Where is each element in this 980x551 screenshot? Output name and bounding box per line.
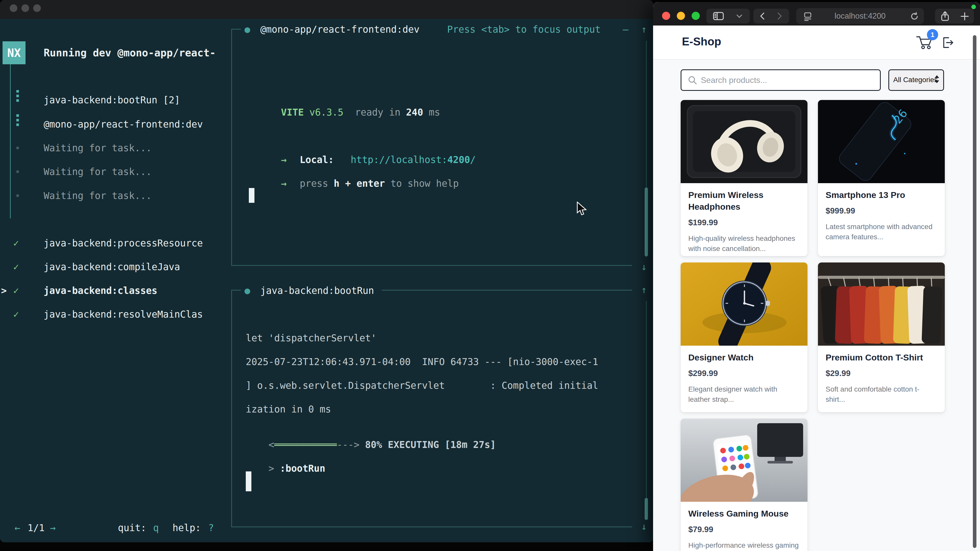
help-keys: h + enter: [334, 178, 385, 189]
scrollbar-thumb[interactable]: [645, 187, 648, 256]
pane-border: [231, 29, 241, 30]
pane-bullet-icon: ●: [245, 285, 250, 297]
pane-focus-hint: Press <tab> to focus output: [447, 24, 600, 35]
spinner-icon: [16, 90, 19, 93]
chevron-down-icon: [735, 14, 744, 19]
task-tree-line: [10, 64, 11, 218]
window-minimize-icon[interactable]: [677, 12, 685, 20]
mouse-cursor: [576, 202, 588, 216]
scroll-down-icon[interactable]: ↓: [641, 521, 647, 533]
window-close-icon[interactable]: [10, 4, 18, 12]
waiting-dot-icon: [16, 194, 19, 197]
local-url-slash: /: [470, 154, 476, 165]
vite-ready-unit: ms: [429, 107, 440, 118]
log-line: ] o.s.web.servlet.DispatcherServlet : Co…: [246, 380, 598, 392]
sidebar-toggle-button[interactable]: [706, 9, 750, 24]
terminal-run-title: Running dev @mono-app/react-: [44, 47, 216, 59]
local-url[interactable]: http://localhost:4200/: [351, 154, 476, 165]
new-tab-icon[interactable]: [959, 11, 970, 21]
window-zoom-icon[interactable]: [33, 4, 41, 12]
address-bar[interactable]: localhost:4200: [796, 8, 924, 24]
local-url-host: http://localhost:: [351, 154, 447, 165]
search-input[interactable]: Search products...: [681, 69, 881, 91]
waiting-dot-icon: [16, 147, 19, 149]
product-card[interactable]: Premium Cotton T-Shirt $29.99 Soft and c…: [818, 262, 945, 412]
pane-title: @mono-app/react-frontend:dev: [260, 24, 420, 35]
share-icon[interactable]: [940, 11, 950, 22]
reload-icon[interactable]: [910, 11, 919, 21]
task-label: java-backend:classes: [44, 285, 158, 297]
pager-left-icon: ←: [14, 522, 20, 534]
product-image-watch: [681, 262, 808, 346]
check-icon: ✓: [13, 309, 19, 321]
search-placeholder: Search products...: [701, 76, 767, 85]
forward-icon[interactable]: [775, 11, 784, 21]
pane-border: [231, 29, 232, 265]
log-line: ization in 0 ms: [246, 403, 331, 415]
prompt-task: :bootRun: [280, 463, 325, 474]
page-title: E-Shop: [682, 35, 721, 48]
scroll-up-icon[interactable]: ↑: [641, 24, 647, 35]
product-image-tshirts: [818, 262, 945, 346]
product-card[interactable]: Premium Wireless Headphones $199.99 High…: [681, 100, 808, 256]
back-icon[interactable]: [758, 11, 767, 21]
quit-hint-key: q: [153, 522, 159, 534]
browser-window: localhost:4200 E-Shop 1: [653, 2, 980, 551]
product-price: $199.99: [688, 218, 800, 227]
window-close-icon[interactable]: [662, 12, 670, 20]
vite-version: v6.3.5: [309, 107, 344, 118]
spinner-icon: [16, 119, 19, 121]
search-icon: [687, 75, 698, 86]
product-card[interactable]: Designer Watch $299.99 Elegant designer …: [681, 262, 808, 412]
selection-chevron-icon: >: [1, 285, 6, 297]
help-hint-key: ?: [208, 522, 214, 534]
page-scrollbar[interactable]: [973, 35, 977, 548]
scrollbar-thumb[interactable]: [645, 498, 648, 520]
product-name: Premium Wireless Headphones: [688, 189, 800, 213]
arrow-icon: →: [281, 178, 286, 189]
pane-border-dash: —: [623, 24, 628, 35]
arrow-icon: →: [281, 154, 286, 165]
progress-open: <: [269, 439, 274, 450]
spinner-icon: [16, 124, 19, 126]
product-image-smartphone: 26: [818, 100, 945, 183]
pager-right-icon: →: [50, 522, 56, 534]
terminal-titlebar: [0, 0, 653, 19]
scroll-up-icon[interactable]: ↑: [641, 284, 647, 296]
product-description: Latest smartphone with advanced camera f…: [826, 222, 937, 242]
select-arrows-icon: [935, 80, 939, 83]
check-icon: ✓: [13, 238, 19, 249]
progress-tail: --->: [337, 439, 360, 450]
pane-border: [231, 290, 241, 291]
window-minimize-icon[interactable]: [21, 4, 29, 12]
logout-icon[interactable]: [940, 35, 955, 50]
log-line: 2025-07-23T12:06:43.971-04:00 INFO 64733…: [246, 356, 598, 368]
product-description: Elegant designer watch with leather stra…: [688, 384, 800, 405]
window-zoom-icon[interactable]: [692, 12, 700, 20]
product-price: $29.99: [826, 368, 937, 378]
pager-count: 1/1: [27, 522, 45, 534]
spinner-icon: [16, 99, 19, 102]
pane-border: [231, 265, 632, 266]
waiting-dot-icon: [16, 170, 19, 173]
product-name: Wireless Gaming Mouse: [688, 508, 800, 519]
vite-ready-line: VITEv6.3.5ready in240ms: [258, 95, 440, 130]
category-select[interactable]: All Categories: [888, 69, 944, 91]
help-pre: press: [300, 178, 328, 189]
product-card[interactable]: 26 Smartphone 13 Pro $999.99 Latest smar…: [818, 100, 945, 256]
spinner-icon: [16, 114, 19, 117]
vite-brand: VITE: [281, 107, 304, 118]
vite-help-line: →pressh + enterto show help: [258, 166, 459, 201]
product-name: Designer Watch: [688, 352, 800, 364]
scroll-down-icon[interactable]: ↓: [641, 261, 647, 273]
vite-ready-text: ready in: [355, 107, 401, 118]
task-label: Waiting for task...: [44, 142, 151, 154]
pane-bullet-icon: ●: [245, 24, 250, 35]
product-image-mouse: [681, 419, 808, 502]
select-arrows-icon: [935, 75, 939, 78]
product-price: $999.99: [826, 206, 937, 216]
sidebar-icon: [713, 11, 724, 21]
product-price: $79.99: [688, 525, 800, 534]
product-name: Premium Cotton T-Shirt: [826, 352, 937, 364]
product-card[interactable]: Wireless Gaming Mouse $79.99 High-perfor…: [681, 419, 808, 551]
